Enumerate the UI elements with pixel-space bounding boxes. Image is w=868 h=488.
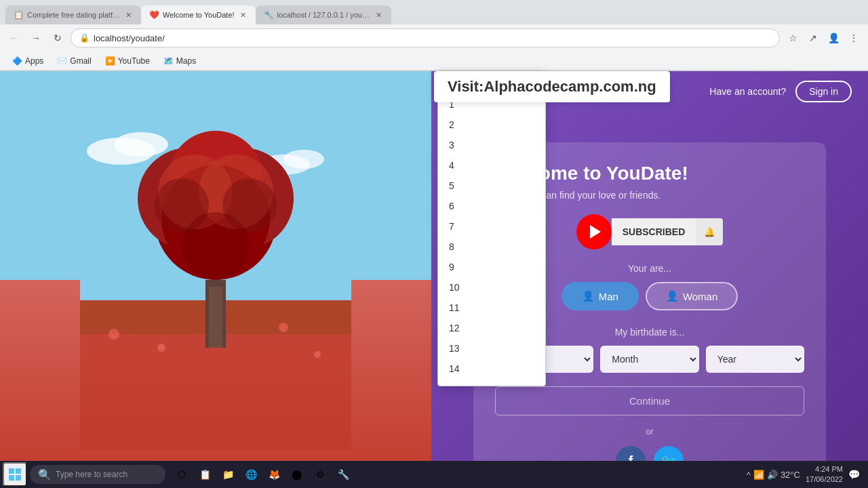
day-item-10[interactable]: 10 bbox=[438, 277, 545, 298]
bookmark-youtube[interactable]: ▶️ YouTube bbox=[100, 54, 155, 68]
taskbar-edge[interactable]: 🌐 bbox=[240, 464, 262, 485]
tab3-close[interactable]: ✕ bbox=[374, 9, 383, 21]
search-icon: 🔍 bbox=[38, 468, 52, 481]
tab2-label: Welcome to YouDate! bbox=[163, 11, 235, 19]
bookmarks-bar: 🔷 Apps ✉️ Gmail ▶️ YouTube 🗺️ Maps bbox=[0, 52, 868, 70]
day-item-12[interactable]: 12 bbox=[438, 318, 545, 338]
day-item-11[interactable]: 11 bbox=[438, 298, 545, 318]
browser-chrome: 📋 Complete free dating platform 5 ✕ ❤️ W… bbox=[0, 0, 868, 71]
tab3-label: localhost / 127.0.0.1 / youdate... bbox=[277, 11, 370, 19]
bookmark-maps[interactable]: 🗺️ Maps bbox=[158, 54, 201, 68]
woman-button[interactable]: 👤 Woman bbox=[646, 282, 738, 310]
maps-favicon: 🗺️ bbox=[163, 56, 174, 66]
day-item-9[interactable]: 9 bbox=[438, 257, 545, 277]
system-tray-icons: ^ 📶 🔊 32°C bbox=[747, 470, 800, 480]
reload-button[interactable]: ↻ bbox=[49, 29, 66, 47]
bell-button[interactable]: 🔔 bbox=[696, 218, 723, 245]
clock-date: 17/06/2022 bbox=[806, 474, 843, 485]
taskbar-icons: ⬡ 📋 📁 🌐 🦊 ⬤ ⚙ 🔧 bbox=[171, 464, 354, 485]
header-right: Have an account? Sign in bbox=[709, 81, 852, 102]
tab-bar: 📋 Complete free dating platform 5 ✕ ❤️ W… bbox=[0, 0, 868, 24]
svg-point-4 bbox=[283, 150, 324, 169]
gmail-label: Gmail bbox=[70, 56, 91, 66]
toolbar-icons: ☆ ↗ 👤 ⋮ bbox=[784, 29, 863, 47]
tab1-label: Complete free dating platform 5 bbox=[27, 11, 120, 19]
address-bar[interactable]: 🔒 localhost/youdate/ bbox=[71, 28, 780, 47]
day-item-2[interactable]: 2 bbox=[438, 115, 545, 135]
profile-icon[interactable]: 👤 bbox=[825, 29, 842, 47]
share-icon[interactable]: ↗ bbox=[804, 29, 822, 47]
tab3-favicon: 🔧 bbox=[264, 10, 273, 20]
subscribed-button[interactable]: SUBSCRIBED bbox=[612, 218, 696, 245]
bookmark-gmail[interactable]: ✉️ Gmail bbox=[52, 54, 96, 68]
day-item-3[interactable]: 3 bbox=[438, 135, 545, 155]
tab-3[interactable]: 🔧 localhost / 127.0.0.1 / youdate... ✕ bbox=[256, 5, 391, 24]
taskbar-app7[interactable]: ⚙ bbox=[309, 464, 331, 485]
man-button[interactable]: 👤 Man bbox=[561, 282, 639, 310]
day-item-8[interactable]: 8 bbox=[438, 237, 545, 257]
taskbar: 🔍 ⬡ 📋 📁 🌐 🦊 ⬤ ⚙ 🔧 ^ 📶 🔊 32°C 4:24 PM 17/… bbox=[0, 461, 868, 488]
heart-tree bbox=[0, 71, 431, 488]
day-item-4[interactable]: 4 bbox=[438, 155, 545, 176]
address-text: localhost/youdate/ bbox=[94, 33, 771, 43]
taskbar-chrome[interactable]: ⬤ bbox=[286, 464, 308, 485]
taskbar-cortana[interactable]: ⬡ bbox=[171, 464, 193, 485]
tab2-close[interactable]: ✕ bbox=[239, 9, 248, 21]
continue-button[interactable]: Continue bbox=[495, 386, 804, 415]
tab-2[interactable]: ❤️ Welcome to YouDate! ✕ bbox=[141, 5, 256, 24]
month-select[interactable]: Month JanuaryFebruaryMarchAprilMayJuneJu… bbox=[600, 346, 698, 373]
day-item-15[interactable]: 15 bbox=[438, 379, 545, 386]
windows-logo bbox=[9, 468, 21, 481]
page-content: YouDate Have an account? Sign in Welcome… bbox=[0, 71, 868, 488]
menu-icon[interactable]: ⋮ bbox=[845, 29, 863, 47]
bookmark-apps[interactable]: 🔷 Apps bbox=[7, 54, 49, 68]
svg-point-22 bbox=[314, 351, 321, 358]
network-icon[interactable]: 📶 bbox=[753, 470, 764, 480]
tab-1[interactable]: 📋 Complete free dating platform 5 ✕ bbox=[5, 5, 141, 24]
day-dropdown[interactable]: Day 123456789101112131415161718192021222… bbox=[437, 71, 546, 386]
forward-button[interactable]: → bbox=[27, 29, 45, 47]
man-icon: 👤 bbox=[582, 290, 595, 302]
tab1-favicon: 📋 bbox=[14, 10, 23, 20]
chevron-icon[interactable]: ^ bbox=[747, 470, 751, 480]
taskbar-search[interactable]: 🔍 bbox=[30, 465, 165, 484]
taskbar-app8[interactable]: 🔧 bbox=[332, 464, 354, 485]
woman-label: Woman bbox=[683, 291, 717, 302]
svg-point-19 bbox=[108, 329, 119, 340]
day-item-7[interactable]: 7 bbox=[438, 216, 545, 237]
day-item-14[interactable]: 14 bbox=[438, 359, 545, 379]
svg-point-21 bbox=[279, 323, 288, 332]
lock-icon: 🔒 bbox=[79, 33, 90, 43]
taskbar-firefox[interactable]: 🦊 bbox=[263, 464, 285, 485]
volume-icon[interactable]: 🔊 bbox=[767, 470, 778, 480]
year-select[interactable]: Year 20222021202020192018201720162015201… bbox=[706, 346, 804, 373]
address-bar-row: ← → ↻ 🔒 localhost/youdate/ ☆ ↗ 👤 ⋮ bbox=[0, 24, 868, 52]
day-item-5[interactable]: 5 bbox=[438, 176, 545, 196]
day-item-13[interactable]: 13 bbox=[438, 338, 545, 359]
taskbar-explorer[interactable]: 📁 bbox=[217, 464, 239, 485]
svg-point-20 bbox=[157, 344, 165, 352]
svg-rect-8 bbox=[209, 287, 222, 348]
sign-in-button[interactable]: Sign in bbox=[795, 81, 852, 102]
youtube-label: YouTube bbox=[118, 56, 150, 66]
hero-image bbox=[0, 71, 431, 488]
tab2-favicon: ❤️ bbox=[149, 10, 159, 20]
maps-label: Maps bbox=[176, 56, 196, 66]
tab1-close[interactable]: ✕ bbox=[124, 9, 133, 21]
taskbar-right: ^ 📶 🔊 32°C 4:24 PM 17/06/2022 💬 bbox=[747, 464, 865, 485]
svg-point-18 bbox=[182, 212, 250, 280]
start-button[interactable] bbox=[3, 462, 27, 487]
back-button[interactable]: ← bbox=[5, 29, 23, 47]
apps-favicon: 🔷 bbox=[12, 56, 22, 66]
bookmark-star-icon[interactable]: ☆ bbox=[784, 29, 802, 47]
gmail-favicon: ✉️ bbox=[57, 56, 67, 66]
notification-icon[interactable]: 💬 bbox=[848, 469, 860, 480]
visit-banner: Visit:Alphacodecamp.com.ng bbox=[434, 71, 670, 102]
clock-time: 4:24 PM bbox=[806, 464, 843, 474]
youtube-logo bbox=[576, 214, 612, 249]
taskbar-search-input[interactable] bbox=[56, 470, 151, 479]
apps-label: Apps bbox=[25, 56, 43, 66]
taskbar-taskview[interactable]: 📋 bbox=[194, 464, 216, 485]
day-item-6[interactable]: 6 bbox=[438, 196, 545, 216]
youtube-play-icon bbox=[590, 225, 601, 239]
